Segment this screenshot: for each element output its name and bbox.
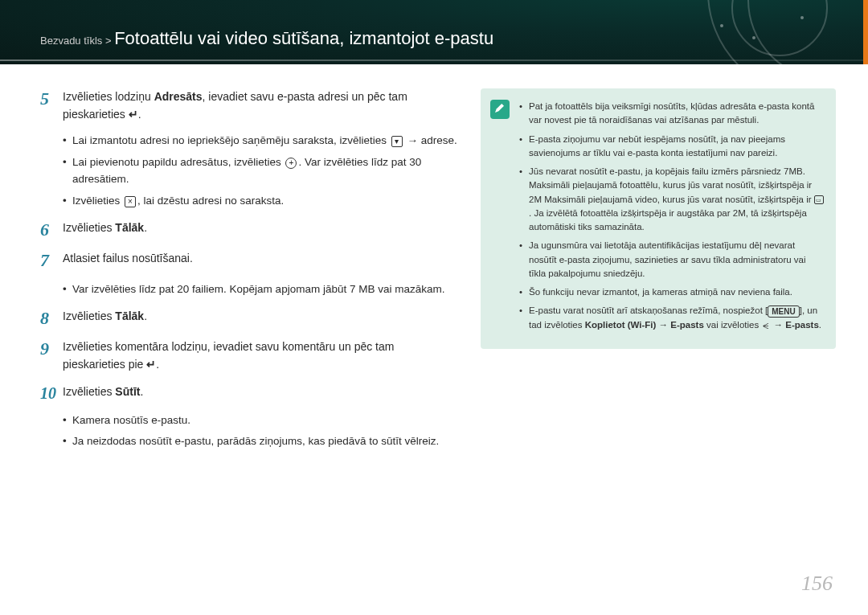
substep: •Izvēlieties ×, lai dzēstu adresi no sar…: [63, 193, 458, 210]
step-6: 6 Izvēlieties Tālāk.: [40, 219, 458, 240]
share-icon: ⪪: [761, 318, 771, 333]
step-number: 9: [40, 338, 63, 373]
substep: •Kamera nosūtīs e-pastu.: [63, 412, 458, 429]
step-number: 8: [40, 308, 63, 329]
breadcrumb: Bezvadu tīkls > Fotoattēlu vai video sūt…: [40, 28, 493, 49]
add-icon: +: [285, 158, 297, 169]
step-number: 10: [40, 383, 63, 403]
step-number: 6: [40, 219, 63, 240]
substep: •Lai pievienotu papildu adresātus, izvēl…: [63, 154, 458, 188]
dot-decor: [720, 24, 723, 27]
header-underline: [0, 59, 863, 61]
menu-button-icon: MENU: [768, 305, 799, 318]
tips-box: •Pat ja fotoattēls bija veiksmīgi nosūtī…: [481, 88, 836, 349]
tip-item: •Šo funkciju nevar izmantot, ja kameras …: [519, 285, 825, 299]
substep: •Var izvēlēties līdz pat 20 failiem. Kop…: [63, 281, 458, 298]
step-7: 7 Atlasiet failus nosūtīšanai.: [40, 250, 458, 271]
step-9: 9 Izvēlieties komentāra lodziņu, ievadie…: [40, 338, 458, 373]
step-5: 5 Izvēlieties lodziņu Adresāts, ievadiet…: [40, 88, 458, 123]
page-number: 156: [801, 572, 833, 596]
tip-item: •E-pasta ziņojumu var nebūt iespējams no…: [519, 133, 825, 161]
step-8: 8 Izvēlieties Tālāk.: [40, 308, 458, 329]
step-number: 7: [40, 250, 63, 271]
enter-icon: ↵: [129, 106, 138, 124]
resolution-icon: ▭: [814, 195, 824, 204]
accent-bar: [863, 0, 868, 64]
substep: •Lai izmantotu adresi no iepriekšējo saņ…: [63, 133, 458, 150]
enter-icon: ↵: [146, 356, 156, 374]
dot-decor: [800, 16, 804, 19]
step-10: 10 Izvēlieties Sūtīt.: [40, 383, 458, 403]
substep: •Ja neizdodas nosūtīt e-pastu, parādās z…: [63, 433, 458, 450]
dot-decor: [752, 36, 755, 39]
tip-item: •Jūs nevarat nosūtīt e-pastu, ja kopējai…: [519, 165, 825, 234]
dropdown-icon: ▾: [391, 136, 403, 147]
note-icon: [490, 100, 510, 119]
page-title: Fotoattēlu vai video sūtīšana, izmantojo…: [114, 28, 493, 48]
step-number: 5: [40, 88, 63, 123]
tip-item: •Ja ugunsmūra vai lietotāja autentifikāc…: [519, 239, 825, 281]
delete-icon: ×: [125, 196, 136, 207]
tip-item: •E-pastu varat nosūtīt arī atskaņošanas …: [519, 304, 825, 332]
tip-item: •Pat ja fotoattēls bija veiksmīgi nosūtī…: [519, 100, 825, 128]
instructions-column: 5 Izvēlieties lodziņu Adresāts, ievadiet…: [40, 88, 458, 460]
